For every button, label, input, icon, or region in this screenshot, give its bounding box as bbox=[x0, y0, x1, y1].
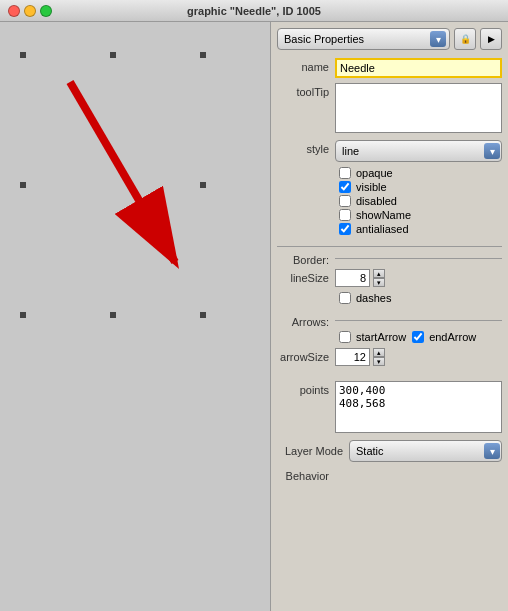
style-row: style line fill linefill bbox=[277, 140, 502, 162]
border-section-label: Border: bbox=[277, 251, 335, 266]
linesize-spinner: ▴ ▾ bbox=[335, 269, 385, 287]
name-input[interactable] bbox=[335, 58, 502, 78]
antialiased-label: antialiased bbox=[356, 223, 409, 235]
arrows-section-label: Arrows: bbox=[277, 313, 335, 328]
arrowsize-spinner: ▴ ▾ bbox=[335, 348, 385, 366]
handle-tl[interactable] bbox=[20, 52, 26, 58]
disabled-checkbox[interactable] bbox=[339, 195, 351, 207]
play-button[interactable]: ▶ bbox=[480, 28, 502, 50]
title-bar: graphic "Needle", ID 1005 bbox=[0, 0, 508, 22]
layer-mode-row: Layer Mode Static Dynamic Auto ▾ bbox=[277, 440, 502, 462]
right-panel: Basic PropertiesAdvanced Properties 🔒 ▶ … bbox=[270, 22, 508, 611]
points-field-wrap: 300,400 408,568 bbox=[335, 381, 502, 435]
opaque-label: opaque bbox=[356, 167, 393, 179]
linesize-down[interactable]: ▾ bbox=[373, 278, 385, 287]
showname-row: showName bbox=[339, 209, 502, 221]
endarrow-label: endArrow bbox=[429, 331, 476, 343]
showname-label: showName bbox=[356, 209, 411, 221]
dashes-checkbox-row: dashes bbox=[339, 292, 391, 304]
checkbox-group: opaque visible disabled showName antiali… bbox=[277, 167, 502, 237]
style-select[interactable]: line fill linefill bbox=[335, 140, 502, 162]
arrowsize-down[interactable]: ▾ bbox=[373, 357, 385, 366]
points-row: points 300,400 408,568 bbox=[277, 381, 502, 435]
opaque-checkbox[interactable] bbox=[339, 167, 351, 179]
tooltip-row: toolTip bbox=[277, 83, 502, 135]
layer-mode-label: Layer Mode bbox=[277, 445, 349, 457]
style-select-wrap: line fill linefill bbox=[335, 140, 502, 162]
style-field-wrap: line fill linefill bbox=[335, 140, 502, 162]
visible-checkbox[interactable] bbox=[339, 181, 351, 193]
opaque-row: opaque bbox=[339, 167, 502, 179]
properties-dropdown-wrap: Basic PropertiesAdvanced Properties bbox=[277, 28, 450, 50]
name-label: name bbox=[277, 58, 335, 73]
points-label: points bbox=[277, 381, 335, 396]
antialiased-checkbox[interactable] bbox=[339, 223, 351, 235]
points-input[interactable]: 300,400 408,568 bbox=[335, 381, 502, 433]
visible-row: visible bbox=[339, 181, 502, 193]
svg-line-1 bbox=[70, 82, 175, 262]
showname-checkbox[interactable] bbox=[339, 209, 351, 221]
name-row: name bbox=[277, 58, 502, 78]
style-label: style bbox=[277, 140, 335, 155]
handle-ml[interactable] bbox=[20, 182, 26, 188]
disabled-row: disabled bbox=[339, 195, 502, 207]
arrowsize-row: arrowSize ▴ ▾ bbox=[277, 348, 502, 366]
border-section: Border: lineSize ▴ ▾ dashes bbox=[277, 242, 502, 309]
close-button[interactable] bbox=[8, 5, 20, 17]
tooltip-label: toolTip bbox=[277, 83, 335, 98]
properties-dropdown[interactable]: Basic PropertiesAdvanced Properties bbox=[277, 28, 450, 50]
startarrow-label: startArrow bbox=[356, 331, 406, 343]
endarrow-checkbox[interactable] bbox=[412, 331, 424, 343]
arrowsize-spinner-btns: ▴ ▾ bbox=[373, 348, 385, 366]
arrows-line bbox=[335, 320, 502, 321]
layer-mode-select-wrap: Static Dynamic Auto ▾ bbox=[349, 440, 502, 462]
minimize-button[interactable] bbox=[24, 5, 36, 17]
linesize-spinner-btns: ▴ ▾ bbox=[373, 269, 385, 287]
arrowsize-label: arrowSize bbox=[277, 348, 335, 363]
handle-tr[interactable] bbox=[200, 52, 206, 58]
behavior-label: Behavior bbox=[277, 467, 335, 482]
border-line bbox=[335, 258, 502, 259]
layer-mode-select[interactable]: Static Dynamic Auto bbox=[349, 440, 502, 462]
linesize-input[interactable] bbox=[335, 269, 370, 287]
disabled-label: disabled bbox=[356, 195, 397, 207]
lock-button[interactable]: 🔒 bbox=[454, 28, 476, 50]
arrowsize-up[interactable]: ▴ bbox=[373, 348, 385, 357]
linesize-label: lineSize bbox=[277, 269, 335, 284]
canvas-area bbox=[0, 22, 270, 611]
arrowsize-input[interactable] bbox=[335, 348, 370, 366]
border-divider bbox=[277, 246, 502, 247]
red-arrow bbox=[30, 62, 230, 312]
dashes-label: dashes bbox=[356, 292, 391, 304]
window-title: graphic "Needle", ID 1005 bbox=[187, 5, 321, 17]
handle-bm[interactable] bbox=[110, 312, 116, 318]
handle-bl[interactable] bbox=[20, 312, 26, 318]
behavior-row: Behavior bbox=[277, 467, 502, 482]
dashes-row: dashes bbox=[277, 292, 502, 306]
endarrow-row: endArrow bbox=[412, 331, 476, 343]
window-controls bbox=[8, 5, 52, 17]
linesize-up[interactable]: ▴ bbox=[373, 269, 385, 278]
startarrow-checkbox[interactable] bbox=[339, 331, 351, 343]
linesize-row: lineSize ▴ ▾ bbox=[277, 269, 502, 287]
main-area: Basic PropertiesAdvanced Properties 🔒 ▶ … bbox=[0, 22, 508, 611]
tooltip-field-wrap bbox=[335, 83, 502, 135]
startarrow-row: startArrow bbox=[339, 331, 406, 343]
name-field-wrap bbox=[335, 58, 502, 78]
arrows-section: Arrows: startArrow endArrow arrowSize bbox=[277, 313, 502, 371]
handle-tm[interactable] bbox=[110, 52, 116, 58]
arrow-checkboxes-row: startArrow endArrow bbox=[277, 331, 502, 345]
panel-toolbar: Basic PropertiesAdvanced Properties 🔒 ▶ bbox=[277, 28, 502, 50]
maximize-button[interactable] bbox=[40, 5, 52, 17]
tooltip-input[interactable] bbox=[335, 83, 502, 133]
visible-label: visible bbox=[356, 181, 387, 193]
antialiased-row: antialiased bbox=[339, 223, 502, 235]
dashes-checkbox[interactable] bbox=[339, 292, 351, 304]
handle-br[interactable] bbox=[200, 312, 206, 318]
